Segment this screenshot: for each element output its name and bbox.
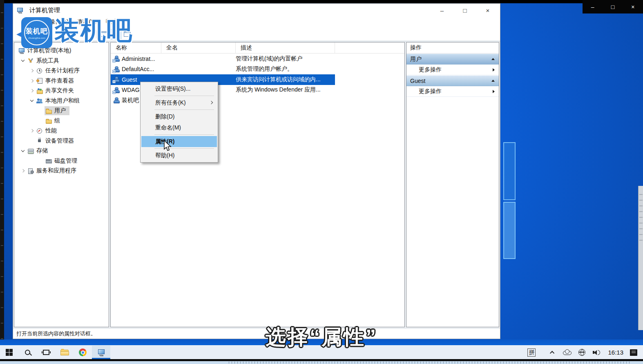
context-item-help[interactable]: 帮助(H) [141, 150, 218, 161]
more-actions-users[interactable]: 更多操作 [406, 65, 499, 75]
more-actions-label: 更多操作 [419, 88, 442, 95]
tree-label: 磁盘管理 [54, 157, 77, 165]
column-header-description[interactable]: 描述 [236, 42, 335, 53]
user-icon [113, 66, 120, 72]
tree-item-services-apps[interactable]: 服务和应用程序 [14, 166, 109, 176]
tree-label: 用户 [54, 107, 66, 114]
context-item-delete[interactable]: 删除(D) [141, 111, 218, 122]
user-name: DefaultAcc... [122, 66, 154, 72]
tree-label: 系统工具 [36, 57, 59, 65]
tree-label: 任务计划程序 [45, 67, 80, 74]
background-window-sliver [638, 186, 643, 330]
tree-label: 事件查看器 [45, 77, 74, 85]
video-close-button[interactable]: × [623, 0, 643, 13]
tree-item-groups[interactable]: 组 [14, 116, 109, 126]
minimize-button[interactable]: – [431, 4, 453, 17]
performance-icon [36, 128, 43, 134]
actions-section-label: 用户 [410, 56, 422, 63]
expand-chevron-icon[interactable] [28, 80, 36, 82]
user-row-defaultaccount[interactable]: DefaultAcc... 系统管理的用户帐户。 [111, 64, 335, 75]
tree-label: 共享文件夹 [45, 87, 74, 94]
user-description: 系统为 Windows Defender 应用... [236, 86, 335, 94]
tree-item-performance[interactable]: 性能 [14, 126, 109, 136]
actions-pane: 操作 用户 更多操作 Guest 更多操作 [406, 42, 499, 327]
window-controls: – □ × [431, 4, 499, 17]
left-edge-sliver [0, 0, 4, 364]
tree-item-local-users-groups[interactable]: 本地用户和组 [14, 96, 109, 106]
tree-item-users[interactable]: 用户 [14, 106, 109, 116]
users-group-icon [36, 98, 43, 104]
disabled-badge-icon [112, 91, 116, 94]
menu-separator [154, 109, 214, 110]
column-header-blank [335, 42, 404, 53]
logo-text: 装机吧 [26, 27, 48, 36]
user-name: Administrat... [122, 56, 155, 62]
collapse-icon[interactable] [491, 58, 495, 60]
expand-chevron-icon[interactable] [28, 130, 36, 132]
window-title: 计算机管理 [29, 7, 60, 14]
menu-separator [154, 96, 214, 96]
user-row-administrator[interactable]: Administrat... 管理计算机(域)的内置帐户 [111, 54, 335, 64]
tree-item-device-manager[interactable]: 设备管理器 [14, 136, 109, 146]
tree-item-system-tools[interactable]: 系统工具 [14, 56, 109, 66]
actions-section-label: Guest [410, 78, 425, 84]
context-item-all-tasks[interactable]: 所有任务(K) [141, 97, 218, 108]
collapse-chevron-icon[interactable] [19, 60, 27, 61]
disabled-badge-icon [112, 59, 116, 63]
user-name: Guest [122, 76, 137, 83]
list-header: 名称 全名 描述 [111, 42, 404, 54]
disabled-badge-icon [112, 70, 116, 73]
expand-chevron-icon[interactable] [28, 89, 36, 92]
titlebar[interactable]: 计算机管理 – □ × [13, 4, 500, 17]
collapse-chevron-icon[interactable] [19, 150, 27, 152]
actions-section-users[interactable]: 用户 [406, 54, 499, 65]
wallpaper-window-shape [503, 142, 516, 200]
tree-label: 设备管理器 [45, 137, 74, 145]
actions-pane-title: 操作 [406, 42, 499, 54]
console-tree-pane: 计算机管理(本地) 系统工具 任务计划程序 事件查看器 共享文件夹 本地用户和组 [14, 42, 109, 327]
column-header-fullname[interactable]: 全名 [161, 42, 236, 53]
video-maximize-button[interactable]: □ [603, 0, 623, 13]
logo-ring: 装机吧 zhuangjiba.com [24, 20, 49, 45]
video-subtitle: 选择“属性” [0, 324, 643, 351]
user-description: 系统管理的用户帐户。 [236, 65, 335, 73]
context-menu: 设置密码(S)... 所有任务(K) 删除(D) 重命名(M) 属性(R) 帮助… [140, 82, 218, 163]
expand-chevron-icon[interactable] [28, 69, 36, 72]
user-icon [113, 97, 120, 103]
context-item-properties[interactable]: 属性(R) [141, 136, 217, 147]
video-window-titlebar: – □ × [583, 0, 643, 13]
user-icon [113, 76, 120, 83]
tree-item-storage[interactable]: 存储 [14, 146, 109, 156]
computer-icon [18, 48, 25, 54]
context-item-set-password[interactable]: 设置密码(S)... [141, 83, 218, 94]
storage-icon [27, 148, 34, 154]
user-name: WDAG [122, 87, 140, 93]
tree-item-shared-folders[interactable]: 共享文件夹 [14, 86, 109, 96]
collapse-chevron-icon[interactable] [28, 100, 36, 101]
expand-chevron-icon[interactable] [19, 170, 27, 172]
submenu-chevron-icon [210, 101, 213, 104]
hidden-icons-chevron-icon[interactable] [550, 351, 554, 355]
clock-icon [36, 68, 43, 74]
more-actions-guest[interactable]: 更多操作 [406, 86, 499, 97]
close-button[interactable]: × [476, 4, 499, 17]
event-log-icon [36, 78, 43, 84]
context-item-rename[interactable]: 重命名(M) [141, 122, 218, 133]
bottom-ticker-strip [0, 361, 643, 364]
computer-management-window: 计算机管理 – □ × 文件(F) 操作(A) 查看(V) 帮助(H) ◀ ▶ … [13, 3, 500, 339]
collapse-icon[interactable] [491, 80, 495, 82]
logo-domain: zhuangjiba.com [28, 37, 45, 39]
more-actions-label: 更多操作 [419, 66, 442, 74]
actions-section-guest[interactable]: Guest [406, 75, 499, 86]
maximize-button[interactable]: □ [453, 4, 476, 17]
tree-item-event-viewer[interactable]: 事件查看器 [14, 76, 109, 86]
user-name: 装机吧 [122, 97, 139, 104]
submenu-arrow-icon [493, 90, 495, 93]
zhuangjiba-watermark-text: 装机吧 [54, 18, 133, 43]
tree-item-task-scheduler[interactable]: 任务计划程序 [14, 66, 109, 76]
submenu-arrow-icon [493, 68, 495, 71]
tree-item-disk-management[interactable]: 磁盘管理 [14, 156, 109, 166]
mouse-cursor-icon [163, 140, 172, 154]
menu-separator [154, 134, 214, 135]
video-minimize-button[interactable]: – [583, 0, 603, 13]
